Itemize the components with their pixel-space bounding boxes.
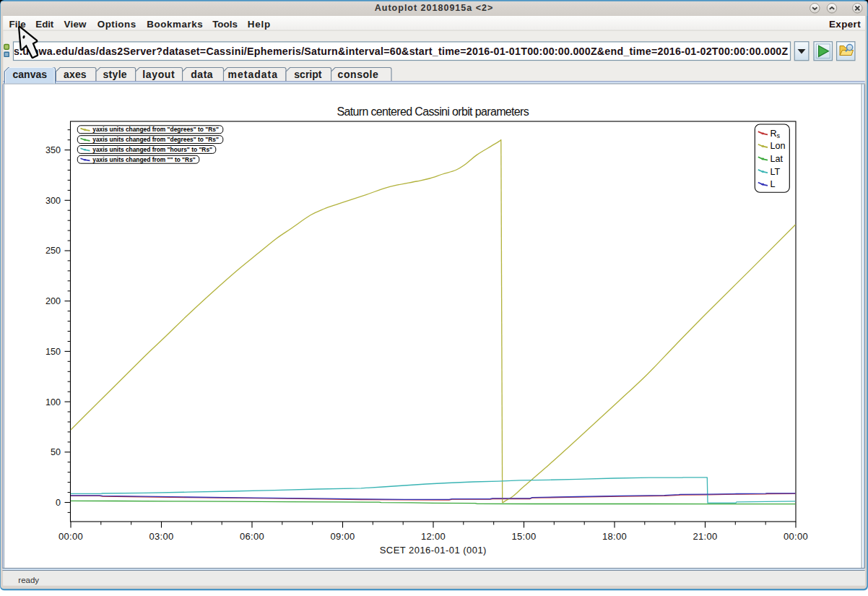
- svg-text:style: style: [103, 69, 127, 80]
- svg-text:03:00: 03:00: [149, 531, 174, 542]
- svg-text:Saturn centered Cassini orbit: Saturn centered Cassini orbit parameters: [337, 105, 529, 118]
- svg-text:Tools: Tools: [212, 19, 238, 30]
- svg-text:21:00: 21:00: [693, 531, 718, 542]
- svg-text:Options: Options: [97, 19, 136, 30]
- svg-text:axes: axes: [64, 69, 87, 80]
- svg-text:Help: Help: [248, 19, 271, 30]
- svg-text:metadata: metadata: [228, 69, 278, 80]
- svg-text:00:00: 00:00: [784, 531, 808, 542]
- svg-text:250: 250: [45, 246, 61, 256]
- svg-text:LT: LT: [770, 167, 780, 177]
- svg-text:18:00: 18:00: [602, 531, 627, 542]
- svg-text:s.uiowa.edu/das/das2Server?dat: s.uiowa.edu/das/das2Server?dataset=Cassi…: [14, 46, 789, 57]
- svg-text:yaxis units changed from "hour: yaxis units changed from "hours" to "Rs": [92, 146, 212, 153]
- svg-text:12:00: 12:00: [421, 531, 446, 542]
- svg-text:data: data: [191, 69, 213, 80]
- svg-text:50: 50: [51, 447, 61, 457]
- svg-text:Autoplot 20180915a <2>: Autoplot 20180915a <2>: [375, 3, 493, 13]
- svg-text:ready: ready: [18, 576, 39, 584]
- svg-text:View: View: [64, 19, 87, 30]
- svg-text:yaxis units changed from "degr: yaxis units changed from "degrees" to "R…: [92, 136, 219, 143]
- svg-text:yaxis units changed from "" to: yaxis units changed from "" to "Rs": [92, 156, 195, 163]
- svg-text:Expert: Expert: [829, 19, 861, 30]
- svg-text:File: File: [9, 19, 26, 30]
- svg-text:Edit: Edit: [35, 19, 54, 30]
- svg-text:Lat: Lat: [770, 154, 783, 164]
- svg-text:06:00: 06:00: [240, 531, 264, 542]
- svg-text:SCET 2016-01-01 (001): SCET 2016-01-01 (001): [380, 545, 487, 556]
- svg-text:layout: layout: [142, 69, 175, 80]
- svg-text:Bookmarks: Bookmarks: [147, 19, 203, 30]
- svg-text:300: 300: [45, 196, 61, 206]
- svg-text:L: L: [770, 179, 775, 189]
- svg-text:00:00: 00:00: [58, 531, 83, 542]
- svg-text:0: 0: [56, 498, 61, 508]
- svg-text:100: 100: [45, 397, 61, 407]
- svg-text:console: console: [338, 69, 379, 80]
- svg-text:09:00: 09:00: [331, 531, 355, 542]
- svg-text:canvas: canvas: [13, 69, 48, 80]
- svg-text:script: script: [294, 69, 321, 80]
- svg-text:350: 350: [45, 145, 61, 155]
- svg-text:yaxis units changed from "degr: yaxis units changed from "degrees" to "R…: [92, 126, 219, 133]
- svg-text:200: 200: [45, 296, 61, 306]
- svg-text:150: 150: [45, 347, 61, 357]
- svg-text:Lon: Lon: [770, 141, 785, 151]
- svg-text:15:00: 15:00: [512, 531, 537, 542]
